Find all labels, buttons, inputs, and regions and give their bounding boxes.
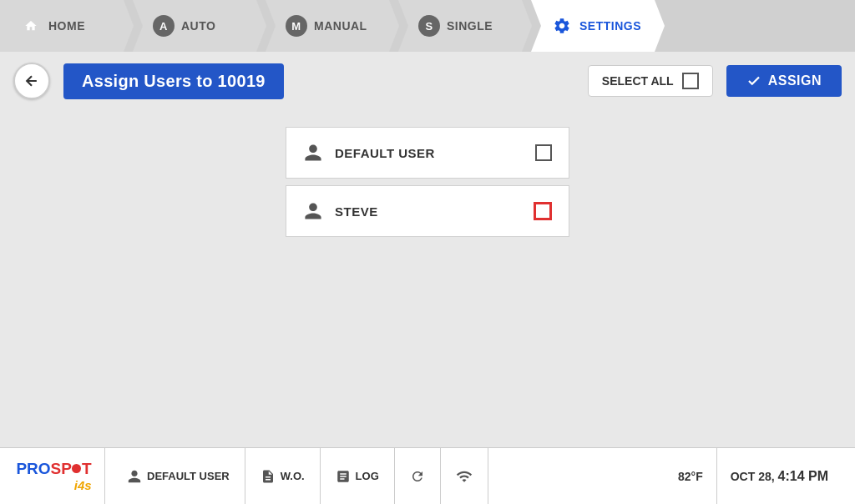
footer-refresh-icon [410, 469, 425, 484]
assign-label: ASSIGN [768, 73, 822, 88]
user-item-steve[interactable]: STEVE [286, 185, 569, 237]
auto-icon: A [153, 15, 175, 37]
footer-date: OCT 28, [731, 470, 775, 483]
select-all-label: SELECT ALL [602, 74, 674, 88]
footer-logo: PRO SP T i4s [13, 448, 105, 504]
footer-wo-label: W.O. [281, 470, 305, 482]
tab-home-label: HOME [48, 19, 85, 33]
user-checkbox-steve[interactable] [534, 202, 552, 220]
footer-log-icon [336, 469, 351, 484]
footer-log-label: LOG [356, 470, 379, 482]
header-bar: Assign Users to 10019 SELECT ALL ASSIGN [0, 52, 855, 110]
select-all-checkbox[interactable] [682, 73, 699, 89]
footer-wifi[interactable] [441, 448, 488, 504]
assign-button[interactable]: ASSIGN [726, 65, 842, 97]
logo-pro: PRO [16, 460, 50, 478]
user-name-steve: STEVE [335, 204, 522, 219]
page-title: Assign Users to 10019 [63, 63, 284, 99]
footer-user-icon [127, 469, 142, 484]
footer-wo-icon [261, 469, 276, 484]
settings-gear-icon [551, 15, 573, 37]
tab-settings-label: SETTINGS [579, 19, 641, 33]
main-content: DEFAULT USER STEVE [0, 110, 855, 447]
header-actions: SELECT ALL ASSIGN [588, 65, 842, 97]
footer-time: 4:14 PM [778, 469, 828, 484]
footer-wifi-icon [456, 468, 473, 485]
logo-t: T [82, 460, 92, 478]
user-list: DEFAULT USER STEVE [286, 127, 569, 244]
select-all-button[interactable]: SELECT ALL [588, 65, 713, 97]
tab-single-label: SINGLE [447, 19, 493, 33]
tab-settings[interactable]: SETTINGS [531, 0, 665, 52]
nav-tabs: HOME A AUTO M MANUAL S SINGLE SETTINGS [0, 0, 855, 52]
footer-wo[interactable]: W.O. [245, 448, 321, 504]
footer-log[interactable]: LOG [321, 448, 395, 504]
tab-auto-label: AUTO [181, 19, 215, 33]
user-icon-steve [303, 201, 323, 221]
manual-icon: M [286, 15, 307, 37]
user-icon-default [303, 143, 323, 163]
logo-i4s: i4s [74, 478, 92, 492]
footer-default-user-label: DEFAULT USER [147, 470, 230, 482]
user-item-default[interactable]: DEFAULT USER [286, 127, 569, 179]
home-icon [20, 15, 42, 37]
logo-dot [72, 464, 81, 473]
single-icon: S [418, 15, 440, 37]
footer-refresh[interactable] [395, 448, 441, 504]
user-checkbox-default[interactable] [535, 144, 552, 161]
logo-sp: SP [51, 460, 72, 478]
tab-manual-label: MANUAL [314, 19, 367, 33]
footer-bar: PRO SP T i4s DEFAULT USER W.O. LOG [0, 447, 855, 504]
tab-single[interactable]: S SINGLE [398, 0, 532, 52]
user-name-default: DEFAULT USER [335, 146, 524, 160]
footer-default-user[interactable]: DEFAULT USER [112, 448, 245, 504]
tab-manual[interactable]: M MANUAL [266, 0, 399, 52]
footer-temperature: 82°F [665, 448, 717, 504]
tab-home[interactable]: HOME [0, 0, 134, 52]
tab-auto[interactable]: A AUTO [133, 0, 266, 52]
back-button[interactable] [13, 63, 50, 99]
footer-datetime: OCT 28, 4:14 PM [717, 469, 842, 484]
